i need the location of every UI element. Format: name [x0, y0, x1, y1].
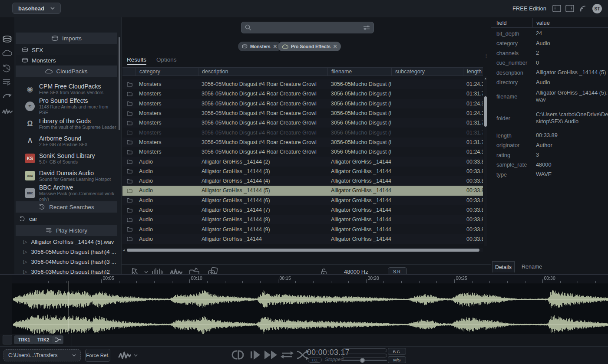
cloudpack-item[interactable]: DDA David Dumais Audio Sound for Games L… — [16, 167, 117, 184]
track-2-button[interactable]: TRK2 — [33, 335, 53, 344]
scroll-up-icon[interactable]: ▲ — [484, 77, 487, 80]
column-category[interactable]: category — [135, 68, 198, 75]
table-row[interactable]: Audio Alligator GroHiss _14144 (6) Allig… — [122, 196, 483, 205]
scrollbar-thumb[interactable] — [484, 96, 487, 127]
cloudpack-item[interactable]: ◉ CPM Free CloudPacks Free SFX from Vari… — [16, 80, 117, 98]
filter-sliders-icon[interactable] — [363, 25, 370, 31]
repeat-icon[interactable] — [280, 350, 294, 360]
column-subcategory[interactable]: subcategory — [391, 68, 463, 75]
database-icon[interactable] — [2, 36, 12, 43]
search-input[interactable] — [254, 24, 360, 31]
play-icon[interactable]: ▷ — [23, 259, 27, 265]
waveform-corner-button[interactable] — [3, 335, 12, 344]
waveform-canvas[interactable] — [0, 275, 608, 334]
waveform-display[interactable] — [0, 274, 608, 334]
scrollbar-thumb[interactable] — [127, 249, 479, 252]
tab-results[interactable]: Results — [127, 56, 146, 65]
chevron-down-icon[interactable] — [144, 271, 148, 273]
tab-details[interactable]: Details — [492, 261, 515, 272]
table-row[interactable]: Monsters 3056-05Mucho Disgust #4 Roar Cr… — [122, 76, 483, 79]
table-row[interactable]: Monsters 3056-05Mucho Disgust #4 Roar Cr… — [122, 147, 483, 157]
bc-button[interactable]: B.C. — [388, 348, 406, 355]
playlist-icon[interactable] — [2, 79, 12, 85]
tab-options[interactable]: Options — [156, 56, 177, 63]
horizontal-scrollbar[interactable]: ◂ — [122, 248, 483, 252]
field-row[interactable]: channels 2 — [491, 48, 608, 58]
close-icon[interactable]: ✕ — [333, 44, 337, 49]
loop-icon[interactable] — [231, 349, 246, 361]
field-column-header[interactable]: field — [491, 18, 532, 27]
panel-right-icon[interactable] — [565, 5, 574, 12]
column-description[interactable]: description — [198, 68, 327, 75]
filter-chip-pro-sound-effects[interactable]: Pro Sound Effects ✕ — [278, 42, 341, 51]
slider-handle[interactable] — [360, 358, 365, 363]
cloudpack-item[interactable]: Ω Library of the Gods From the vault of … — [16, 115, 117, 132]
volume-slider[interactable] — [342, 360, 387, 361]
play-icon[interactable] — [250, 349, 261, 361]
field-row[interactable]: folder C:\Users \carbo\OneDrive\Desktop\… — [491, 105, 608, 131]
table-row[interactable]: Audio Alligator GroHiss _14144 (8) Allig… — [122, 215, 483, 224]
force-ref-button[interactable]: Force Ref. — [85, 349, 110, 362]
waveform-icon[interactable] — [118, 351, 131, 360]
table-row[interactable]: Audio Alligator GroHiss _14144 (2) Allig… — [122, 157, 483, 166]
rss-icon[interactable] — [579, 5, 587, 12]
sidebar-scrollbar[interactable] — [119, 37, 120, 130]
table-row[interactable]: Audio Alligator GroHiss _14144 Alligator… — [122, 234, 483, 244]
ms-button[interactable]: M/S — [388, 356, 406, 363]
playhead-cursor[interactable] — [69, 281, 69, 334]
value-column-header[interactable]: value — [532, 18, 608, 27]
table-row[interactable]: Monsters 3056-05Mucho Disgust #4 Roar Cr… — [122, 99, 483, 108]
play-icon[interactable]: ▷ — [23, 249, 27, 255]
play-icon[interactable]: ▷ — [23, 269, 27, 274]
field-row[interactable]: filename Alligator GroHiss _14144 (5).wa… — [491, 87, 608, 105]
track-1-button[interactable]: TRK1 — [14, 335, 34, 344]
table-row[interactable]: Monsters 3056-05Mucho Disgust #4 Roar Cr… — [122, 138, 483, 147]
recent-search-item[interactable]: car — [16, 213, 117, 224]
fast-forward-icon[interactable] — [264, 349, 278, 361]
table-row[interactable]: Monsters 3056-05Mucho Disgust #4 Roar Cr… — [122, 108, 483, 118]
field-row[interactable]: category Audio — [491, 39, 608, 49]
field-row[interactable]: description Alligator GroHiss _14144 (5) — [491, 68, 608, 78]
field-row[interactable]: directory Audio — [491, 78, 608, 88]
field-row[interactable]: sample_rate 48000 — [491, 160, 608, 170]
cloudpack-item[interactable]: Λ Airborne Sound 2.5+ GB of Pristine SFX — [16, 132, 117, 150]
avatar[interactable]: ST — [592, 4, 602, 13]
table-row[interactable]: Audio Alligator GroHiss _14144 (9) Allig… — [122, 224, 483, 234]
waveform-icon[interactable] — [2, 108, 13, 115]
panel-left-icon[interactable] — [552, 5, 561, 12]
table-row[interactable]: Audio Alligator GroHiss _14144 (3) Allig… — [122, 167, 483, 176]
table-row[interactable]: Monsters 3056-05Mucho Disgust #4 Roar Cr… — [122, 79, 483, 89]
cloud-icon[interactable] — [2, 49, 12, 57]
close-icon[interactable]: ✕ — [273, 44, 277, 49]
play-history-item[interactable]: ▷ 3056-04Mucho Disgust (hash)3 ... — [16, 257, 117, 267]
table-row[interactable]: Audio Alligator GroHiss _14144 (4) Allig… — [122, 176, 483, 186]
table-row[interactable]: Audio Alligator GroHiss _14144 (5) Allig… — [122, 186, 483, 195]
play-icon[interactable]: ▷ — [23, 239, 27, 245]
field-row[interactable]: originator Author — [491, 141, 608, 151]
table-row[interactable]: Monsters 3056-05Mucho Disgust #4 Roar Cr… — [122, 118, 483, 128]
cloudpack-item[interactable]: BBC BBC Archive Massive Pack (non-Commer… — [16, 184, 117, 202]
imports-header[interactable]: Imports — [16, 33, 117, 44]
vertical-scrollbar[interactable]: ▲ — [484, 76, 487, 246]
recent-searches-header[interactable]: Recent Searches — [16, 201, 117, 213]
column-length[interactable]: length — [463, 68, 483, 75]
filter-chip-monsters[interactable]: Monsters ✕ — [238, 42, 281, 51]
column-filename[interactable]: filename — [327, 68, 391, 75]
app-title-dropdown[interactable]: basehead — [12, 3, 61, 14]
field-row[interactable]: type WAVE — [491, 170, 608, 180]
transfer-icon[interactable] — [2, 92, 13, 101]
cloudpacks-header[interactable]: CloudPacks — [16, 66, 117, 77]
play-history-header[interactable]: Play History — [16, 225, 117, 236]
tab-rename[interactable]: Rename — [515, 261, 542, 272]
field-row[interactable]: bit_depth 24 — [491, 29, 608, 39]
cloudpack-item[interactable]: KS SoniK Sound Library 5.0+ GB of Sounds — [16, 150, 117, 167]
cloudpack-item[interactable]: ≈ Pro Sound Effects 1148 Rare Animals an… — [16, 98, 117, 115]
table-row[interactable]: Audio Alligator GroHiss _14144 (7) Allig… — [122, 205, 483, 215]
history-icon[interactable] — [2, 64, 12, 73]
play-history-item[interactable]: ▷ Alligator GroHiss _14144 (5).wav — [16, 237, 117, 247]
field-row[interactable]: length 00:33.89 — [491, 131, 608, 141]
play-history-item[interactable]: ▷ 3056-03Mucho Disgust (hash)2 — [16, 267, 117, 274]
kebab-menu-icon[interactable]: ⋮ — [483, 54, 489, 57]
transfer-path-dropdown[interactable]: C:\Users\...\Transfers — [3, 349, 81, 361]
field-row[interactable]: rating 3 — [491, 150, 608, 160]
